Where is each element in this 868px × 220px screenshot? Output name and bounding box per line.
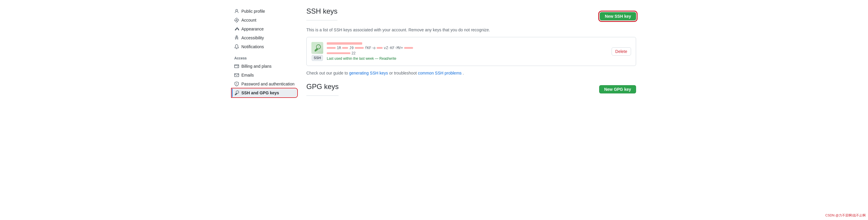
sidebar-label-ssh-gpg: SSH and GPG keys	[241, 90, 279, 95]
gpg-section-header: GPG keys New GPG key	[306, 82, 636, 96]
sidebar-label-password: Password and authentication	[241, 82, 294, 86]
sidebar-label-notifications: Notifications	[241, 44, 264, 49]
access-section-label: Access	[232, 51, 297, 61]
delete-key-button[interactable]: Delete	[612, 47, 631, 56]
shield-icon	[234, 82, 239, 86]
generating-ssh-keys-link[interactable]: generating SSH keys	[349, 71, 388, 75]
sidebar-label-emails: Emails	[241, 73, 254, 78]
sidebar-label-appearance: Appearance	[241, 27, 264, 31]
gear-icon	[234, 18, 239, 23]
ssh-section-description: This is a list of SSH keys associated wi…	[306, 28, 636, 32]
ssh-key-card: SSH 1R J9 fKF·o vZ·KF·MV+	[306, 37, 636, 66]
guide-text-before: Check out our guide to	[306, 71, 349, 75]
sidebar-item-billing[interactable]: Billing and plans	[232, 62, 297, 71]
bell-icon	[234, 44, 239, 49]
fp-text-2: J9	[349, 46, 353, 50]
sidebar-item-ssh-gpg[interactable]: SSH and GPG keys	[232, 89, 297, 97]
sidebar-link-account[interactable]: Account	[232, 16, 297, 24]
main-content: SSH keys New SSH key This is a list of S…	[306, 7, 636, 213]
fp-redacted-2	[342, 47, 348, 49]
sidebar-item-emails[interactable]: Emails	[232, 71, 297, 79]
sidebar-link-ssh-gpg[interactable]: SSH and GPG keys	[232, 89, 297, 97]
key-avatar	[311, 42, 323, 54]
card-icon	[234, 64, 239, 68]
ssh-key-info: 1R J9 fKF·o vZ·KF·MV+ 22 Last used withi…	[327, 42, 608, 61]
sidebar-link-public-profile[interactable]: Public profile	[232, 7, 297, 16]
fp-text: 1R	[337, 46, 341, 50]
sidebar-link-billing[interactable]: Billing and plans	[232, 62, 297, 71]
date-redacted	[327, 52, 350, 54]
fp-text-3: fKF·o	[365, 46, 375, 50]
fp-redacted-3	[355, 47, 364, 49]
sidebar-section-access: Access	[232, 51, 297, 61]
ssh-section-header: SSH keys New SSH key	[306, 7, 636, 25]
guide-text-after: .	[463, 71, 464, 75]
ssh-key-usage: Last used within the last week — Read/wr…	[327, 56, 608, 61]
common-ssh-problems-link[interactable]: common SSH problems	[418, 71, 462, 75]
sidebar-label-public-profile: Public profile	[241, 9, 265, 13]
guide-text: Check out our guide to generating SSH ke…	[306, 71, 636, 75]
sidebar: Public profile Account	[232, 7, 297, 213]
sidebar-item-appearance[interactable]: Appearance	[232, 25, 297, 33]
key-name-redacted	[327, 42, 362, 45]
mail-icon	[234, 73, 239, 78]
fp-redacted-4	[377, 47, 382, 49]
guide-text-middle: or troubleshoot	[389, 71, 418, 75]
sidebar-link-appearance[interactable]: Appearance	[232, 25, 297, 33]
fp-redacted-1	[327, 47, 336, 49]
fp-text-4: vZ·KF·MV+	[384, 46, 403, 50]
sidebar-label-billing: Billing and plans	[241, 64, 272, 68]
person-icon	[234, 9, 239, 13]
new-ssh-key-button[interactable]: New SSH key	[600, 12, 636, 20]
date-num: 22	[351, 51, 355, 55]
accessibility-icon	[234, 35, 239, 40]
sidebar-label-accessibility: Accessibility	[241, 35, 264, 40]
sidebar-item-account[interactable]: Account	[232, 16, 297, 24]
new-gpg-key-button[interactable]: New GPG key	[599, 85, 636, 93]
sidebar-item-public-profile[interactable]: Public profile	[232, 7, 297, 16]
sidebar-nav: Public profile Account	[232, 7, 297, 97]
paintbrush-icon	[234, 27, 239, 31]
key-avatar-area: SSH	[311, 42, 323, 61]
key-icon	[234, 90, 239, 95]
sidebar-link-notifications[interactable]: Notifications	[232, 43, 297, 51]
sidebar-link-accessibility[interactable]: Accessibility	[232, 34, 297, 42]
sidebar-item-password[interactable]: Password and authentication	[232, 80, 297, 88]
ssh-section-title: SSH keys	[306, 7, 337, 20]
sidebar-link-emails[interactable]: Emails	[232, 71, 297, 79]
sidebar-label-account: Account	[241, 18, 256, 23]
sidebar-item-notifications[interactable]: Notifications	[232, 43, 297, 51]
watermark: CSDN @力不层啊!战不止啊	[826, 213, 866, 218]
fp-redacted-5	[404, 47, 413, 49]
ssh-badge: SSH	[312, 55, 323, 61]
sidebar-item-accessibility[interactable]: Accessibility	[232, 34, 297, 42]
gpg-section-title: GPG keys	[306, 82, 339, 96]
sidebar-link-password[interactable]: Password and authentication	[232, 80, 297, 88]
